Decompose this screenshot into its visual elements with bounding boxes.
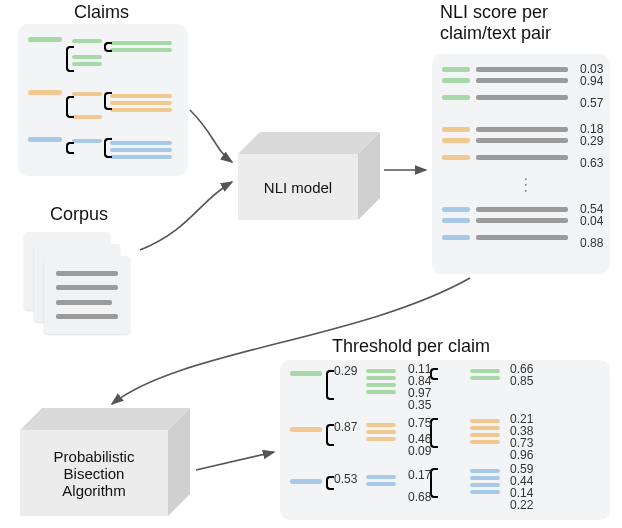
thr: 0.22 — [510, 498, 533, 512]
thr: 0.96 — [510, 448, 533, 462]
score: 0.57 — [580, 96, 603, 110]
claims-title: Claims — [74, 2, 129, 23]
score: 0.88 — [580, 236, 603, 250]
thr: 0.09 — [408, 444, 431, 458]
threshold-title: Threshold per claim — [332, 336, 490, 357]
pba-label: Probabilistic Bisection Algorithm — [54, 448, 135, 499]
score: 0.94 — [580, 74, 603, 88]
threshold-panel — [280, 360, 610, 520]
nli-score-title: NLI score per claim/text pair — [440, 2, 551, 43]
claims-panel — [18, 24, 188, 176]
score: 0.04 — [580, 214, 603, 228]
corpus-title: Corpus — [50, 204, 108, 225]
thr: 0.17 — [408, 468, 431, 482]
score: 0.63 — [580, 156, 603, 170]
thr: 0.68 — [408, 490, 431, 504]
score: 0.29 — [580, 134, 603, 148]
thr: 0.35 — [408, 398, 431, 412]
thr: 0.53 — [334, 472, 357, 486]
thr: 0.29 — [334, 364, 357, 378]
nli-model-label: NLI model — [264, 179, 332, 196]
thr: 0.87 — [334, 420, 357, 434]
thr: 0.85 — [510, 374, 533, 388]
ellipsis-icon: ··· — [519, 177, 535, 195]
thr: 0.75 — [408, 416, 431, 430]
